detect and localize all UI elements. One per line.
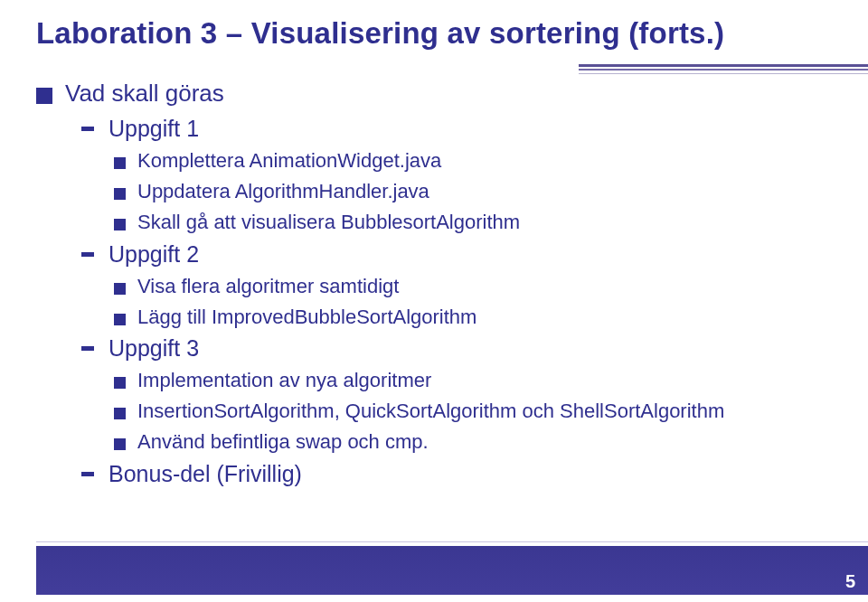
page-number: 5 <box>845 571 855 592</box>
level2-item: Uppgift 1 <box>81 113 832 145</box>
level3-item: Använd befintliga swap och cmp. <box>114 428 832 456</box>
title-divider <box>561 64 868 77</box>
level3-text: Uppdatera AlgorithmHandler.java <box>137 177 429 206</box>
level1-item: Vad skall göras <box>36 78 832 109</box>
square-bullet-icon <box>114 219 126 230</box>
slide-title: Laboration 3 – Visualisering av sorterin… <box>36 16 832 51</box>
dash-bullet-icon <box>81 252 94 257</box>
square-bullet-icon <box>114 314 126 325</box>
level2-text: Uppgift 3 <box>108 333 199 364</box>
level2-item: Uppgift 3 <box>81 333 832 364</box>
square-bullet-icon <box>114 188 126 200</box>
footer-band <box>36 546 868 595</box>
square-bullet-icon <box>36 88 52 104</box>
dash-bullet-icon <box>81 346 94 351</box>
level2-item: Bonus-del (Frivillig) <box>81 458 832 490</box>
level3-item: Komplettera AnimationWidget.java <box>114 146 832 175</box>
level3-text: Lägg till ImprovedBubbleSortAlgorithm <box>137 303 476 332</box>
slide: Laboration 3 – Visualisering av sorterin… <box>0 0 868 602</box>
level2-text: Uppgift 2 <box>108 239 199 270</box>
dash-bullet-icon <box>81 472 94 476</box>
level3-item: Implementation av nya algoritmer <box>114 366 832 395</box>
level3-text: Använd befintliga swap och cmp. <box>137 428 429 456</box>
content: Vad skall göras Uppgift 1 Komplettera An… <box>36 78 832 490</box>
square-bullet-icon <box>114 438 126 450</box>
level3-item: Skall gå att visualisera BubblesortAlgor… <box>114 208 832 237</box>
footer-divider <box>36 541 868 542</box>
dash-bullet-icon <box>81 127 94 131</box>
level3-text: Komplettera AnimationWidget.java <box>137 146 441 175</box>
level3-text: Visa flera algoritmer samtidigt <box>137 272 399 301</box>
level3-item: InsertionSortAlgorithm, QuickSortAlgorit… <box>114 397 832 426</box>
level2-text: Bonus-del (Frivillig) <box>108 458 302 490</box>
square-bullet-icon <box>114 283 126 295</box>
square-bullet-icon <box>114 157 126 169</box>
level2-text: Uppgift 1 <box>108 113 199 145</box>
level2-item: Uppgift 2 <box>81 239 832 270</box>
square-bullet-icon <box>114 377 126 389</box>
level3-text: InsertionSortAlgorithm, QuickSortAlgorit… <box>137 397 724 426</box>
level3-item: Uppdatera AlgorithmHandler.java <box>114 177 832 206</box>
level1-text: Vad skall göras <box>65 78 224 109</box>
level3-item: Visa flera algoritmer samtidigt <box>114 272 832 301</box>
level3-text: Implementation av nya algoritmer <box>137 366 431 395</box>
level3-text: Skall gå att visualisera BubblesortAlgor… <box>137 208 520 237</box>
level3-item: Lägg till ImprovedBubbleSortAlgorithm <box>114 303 832 332</box>
square-bullet-icon <box>114 408 126 419</box>
